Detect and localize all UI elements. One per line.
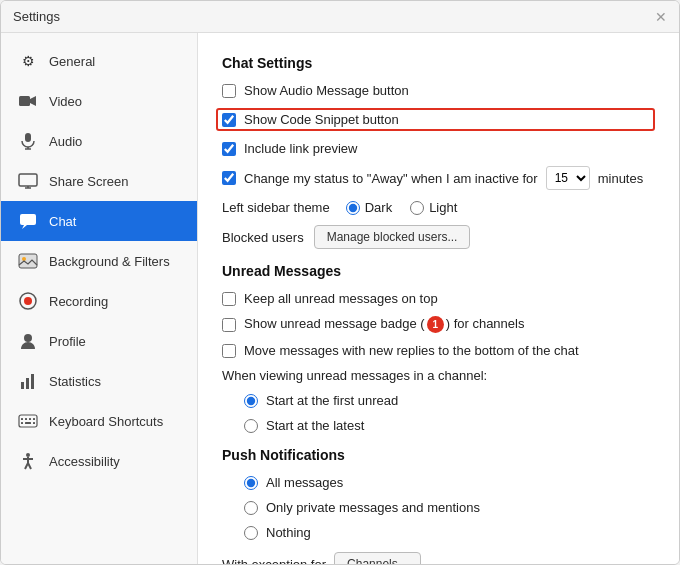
close-button[interactable]: ✕ [655,9,667,25]
away-status-prefix: Change my status to "Away" when I am ina… [244,171,538,186]
general-icon: ⚙ [17,50,39,72]
share-screen-icon [17,170,39,192]
accessibility-icon [17,450,39,472]
blocked-users-label: Blocked users [222,230,304,245]
away-status-checkbox[interactable] [222,171,236,185]
svg-rect-10 [19,254,37,268]
exception-row: With exception for Channels... [222,552,655,564]
sidebar-item-chat[interactable]: Chat [1,201,197,241]
profile-icon [17,330,39,352]
sidebar-label-chat: Chat [49,214,76,229]
svg-rect-21 [29,418,31,420]
badge-count: 1 [427,316,444,333]
sidebar-label-profile: Profile [49,334,86,349]
start-latest-row: Start at the latest [244,418,655,433]
when-viewing-label: When viewing unread messages in a channe… [222,368,655,383]
nothing-row: Nothing [244,525,655,540]
theme-radio-group: Dark Light [346,200,458,215]
show-audio-message-checkbox[interactable] [222,84,236,98]
show-audio-message-row: Show Audio Message button [222,83,655,98]
sidebar: ⚙ General Video Audio [1,33,198,564]
svg-rect-15 [21,382,24,389]
sidebar-label-share-screen: Share Screen [49,174,129,189]
all-messages-radio[interactable] [244,476,258,490]
show-badge-checkbox[interactable] [222,318,236,332]
sidebar-item-audio[interactable]: Audio [1,121,197,161]
show-code-snippet-label: Show Code Snippet button [244,112,399,127]
svg-marker-1 [30,96,36,106]
sidebar-theme-label: Left sidebar theme [222,200,330,215]
blocked-users-row: Blocked users Manage blocked users... [222,225,655,249]
keep-on-top-checkbox[interactable] [222,292,236,306]
video-icon [17,90,39,112]
start-first-label: Start at the first unread [266,393,398,408]
titlebar: Settings ✕ [1,1,679,33]
main-panel: Chat Settings Show Audio Message button … [198,33,679,564]
channels-button[interactable]: Channels... [334,552,421,564]
sidebar-item-share-screen[interactable]: Share Screen [1,161,197,201]
dark-radio[interactable] [346,201,360,215]
svg-rect-17 [31,374,34,389]
show-audio-message-label: Show Audio Message button [244,83,409,98]
private-only-row: Only private messages and mentions [244,500,655,515]
keyboard-icon [17,410,39,432]
show-badge-row: Show unread message badge (1) for channe… [222,316,655,333]
sidebar-label-accessibility: Accessibility [49,454,120,469]
include-link-preview-label: Include link preview [244,141,357,156]
svg-rect-2 [25,133,31,142]
away-status-row: Change my status to "Away" when I am ina… [222,166,655,190]
svg-marker-9 [22,225,27,229]
keep-on-top-label: Keep all unread messages on top [244,291,438,306]
svg-point-14 [24,334,32,342]
background-icon [17,250,39,272]
sidebar-item-statistics[interactable]: Statistics [1,361,197,401]
show-code-snippet-row: Show Code Snippet button [216,108,655,131]
include-link-preview-checkbox[interactable] [222,142,236,156]
include-link-preview-row: Include link preview [222,141,655,156]
manage-blocked-button[interactable]: Manage blocked users... [314,225,471,249]
private-only-radio[interactable] [244,501,258,515]
sidebar-item-recording[interactable]: Recording [1,281,197,321]
sidebar-item-keyboard-shortcuts[interactable]: Keyboard Shortcuts [1,401,197,441]
svg-rect-24 [25,422,31,424]
dark-theme-option[interactable]: Dark [346,200,392,215]
move-bottom-checkbox[interactable] [222,344,236,358]
svg-rect-8 [20,214,36,225]
content-area: ⚙ General Video Audio [1,33,679,564]
sidebar-theme-row: Left sidebar theme Dark Light [222,200,655,215]
away-status-suffix: minutes [598,171,644,186]
keep-on-top-row: Keep all unread messages on top [222,291,655,306]
start-first-row: Start at the first unread [244,393,655,408]
light-radio[interactable] [410,201,424,215]
sidebar-label-general: General [49,54,95,69]
window-title: Settings [13,9,60,24]
svg-rect-18 [19,415,37,427]
all-messages-row: All messages [244,475,655,490]
sidebar-item-general[interactable]: ⚙ General [1,41,197,81]
show-code-snippet-checkbox[interactable] [222,113,236,127]
unread-messages-title: Unread Messages [222,263,655,279]
dark-label: Dark [365,200,392,215]
start-first-radio[interactable] [244,394,258,408]
sidebar-item-video[interactable]: Video [1,81,197,121]
sidebar-item-accessibility[interactable]: Accessibility [1,441,197,481]
svg-line-30 [28,463,31,469]
svg-point-13 [24,297,32,305]
audio-icon [17,130,39,152]
move-bottom-label: Move messages with new replies to the bo… [244,343,579,358]
svg-rect-5 [19,174,37,186]
svg-point-26 [26,453,30,457]
settings-window: Settings ✕ ⚙ General Video Audio [0,0,680,565]
svg-rect-25 [33,422,35,424]
svg-rect-16 [26,378,29,389]
away-minutes-select[interactable]: 15 5 10 20 30 [546,166,590,190]
chat-icon [17,210,39,232]
nothing-radio[interactable] [244,526,258,540]
all-messages-label: All messages [266,475,343,490]
private-only-label: Only private messages and mentions [266,500,480,515]
start-latest-radio[interactable] [244,419,258,433]
light-theme-option[interactable]: Light [410,200,457,215]
sidebar-item-profile[interactable]: Profile [1,321,197,361]
sidebar-item-background[interactable]: Background & Filters [1,241,197,281]
nothing-label: Nothing [266,525,311,540]
